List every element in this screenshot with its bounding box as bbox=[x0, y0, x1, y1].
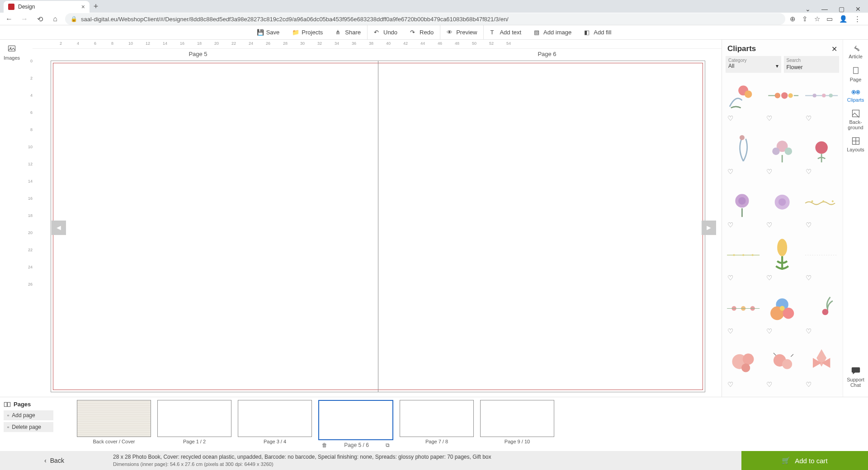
cliparts-grid[interactable]: ♡♡♡♡♡♡♡♡♡♡♡♡♡♡♡♡♡♡ bbox=[722, 75, 843, 397]
add-page-button[interactable]: ▫Add page bbox=[4, 410, 53, 420]
new-tab-button[interactable]: + bbox=[90, 0, 102, 13]
page-thumbnail[interactable]: Page 3 / 4 bbox=[238, 400, 312, 448]
clipart-thumb[interactable] bbox=[764, 184, 801, 220]
page-thumbnail[interactable]: Back cover / Cover bbox=[77, 400, 151, 448]
url-input[interactable]: 🔒 saal-digital.eu/WebshopClient/#/Design… bbox=[65, 13, 785, 25]
support-chat[interactable]: Support Chat bbox=[843, 366, 868, 388]
clipart-item[interactable]: ♡ bbox=[803, 237, 840, 283]
duplicate-icon[interactable]: ⧉ bbox=[386, 442, 390, 448]
clipart-thumb[interactable] bbox=[764, 290, 801, 326]
maximize-icon[interactable]: ▢ bbox=[839, 5, 844, 13]
heart-icon[interactable]: ♡ bbox=[727, 381, 733, 389]
profile-icon[interactable]: 👤 bbox=[839, 15, 848, 23]
page-thumb-image[interactable] bbox=[238, 400, 312, 437]
clipart-thumb[interactable] bbox=[725, 77, 762, 113]
next-spread-button[interactable]: ► bbox=[702, 221, 716, 235]
close-window-icon[interactable]: ✕ bbox=[855, 5, 861, 13]
add-to-cart-button[interactable]: 🛒 Add to cart bbox=[741, 451, 868, 470]
clipart-item[interactable]: ♡ bbox=[764, 131, 801, 177]
page-thumb-image[interactable] bbox=[400, 400, 474, 437]
page-thumb-image[interactable] bbox=[318, 400, 393, 440]
page-thumbnail[interactable]: Page 9 / 10 bbox=[480, 400, 554, 448]
heart-icon[interactable]: ♡ bbox=[766, 381, 772, 389]
search-field[interactable]: Search bbox=[784, 56, 840, 73]
heart-icon[interactable]: ♡ bbox=[727, 168, 733, 176]
save-button[interactable]: 💾Save bbox=[250, 25, 286, 40]
category-dropdown[interactable]: Category All▾ bbox=[726, 56, 781, 73]
menu-icon[interactable]: ⋮ bbox=[854, 15, 861, 23]
heart-icon[interactable]: ♡ bbox=[727, 274, 733, 282]
page-thumbnail[interactable]: 🗑Page 5 / 6⧉ bbox=[318, 400, 393, 448]
clipart-item[interactable]: ♡ bbox=[803, 184, 840, 230]
tab-close-icon[interactable]: × bbox=[81, 3, 85, 10]
clipart-item[interactable]: ♡ bbox=[764, 290, 801, 336]
zoom-icon[interactable]: ⊕ bbox=[790, 15, 796, 23]
clipart-thumb[interactable] bbox=[764, 131, 801, 167]
back-button[interactable]: ← bbox=[4, 14, 14, 24]
cliparts-tab[interactable]: Cliparts bbox=[843, 89, 868, 103]
page-thumb-image[interactable] bbox=[77, 400, 151, 437]
minimize-icon[interactable]: — bbox=[821, 5, 828, 13]
share-button[interactable]: ⋔Share bbox=[329, 25, 368, 40]
browser-tab[interactable]: Design × bbox=[4, 1, 90, 13]
clipart-thumb[interactable] bbox=[803, 290, 840, 326]
clipart-item[interactable]: ♡ bbox=[764, 237, 801, 283]
share-browser-icon[interactable]: ⇪ bbox=[802, 15, 808, 23]
add-fill-button[interactable]: ◧Add fill bbox=[578, 25, 618, 40]
back-button-footer[interactable]: ‹Back bbox=[0, 457, 108, 464]
page-thumbnail[interactable]: Page 7 / 8 bbox=[400, 400, 474, 448]
spread-canvas[interactable] bbox=[51, 61, 705, 392]
heart-icon[interactable]: ♡ bbox=[766, 168, 772, 176]
clipart-thumb[interactable] bbox=[803, 184, 840, 220]
reload-button[interactable]: ⟲ bbox=[34, 14, 45, 24]
clipart-item[interactable]: ♡ bbox=[803, 290, 840, 336]
clipart-item[interactable]: ♡ bbox=[803, 131, 840, 177]
clipart-thumb[interactable] bbox=[803, 343, 840, 380]
heart-icon[interactable]: ♡ bbox=[727, 114, 733, 122]
trash-icon[interactable]: 🗑 bbox=[322, 442, 327, 448]
clipart-item[interactable]: ♡ bbox=[764, 184, 801, 230]
clipart-thumb[interactable] bbox=[725, 290, 762, 326]
clipart-thumb[interactable] bbox=[725, 237, 762, 273]
heart-icon[interactable]: ♡ bbox=[806, 221, 811, 229]
layouts-tab[interactable]: Layouts bbox=[843, 136, 868, 152]
clipart-item[interactable]: ♡ bbox=[725, 131, 762, 177]
heart-icon[interactable]: ♡ bbox=[806, 168, 811, 176]
page-thumbnail[interactable]: Page 1 / 2 bbox=[157, 400, 231, 448]
heart-icon[interactable]: ♡ bbox=[766, 327, 772, 335]
clipart-item[interactable]: ♡ bbox=[764, 77, 801, 123]
clipart-thumb[interactable] bbox=[803, 237, 840, 273]
clipart-thumb[interactable] bbox=[725, 343, 762, 380]
page-thumbnails[interactable]: Back cover / CoverPage 1 / 2Page 3 / 4🗑P… bbox=[77, 397, 868, 451]
clipart-thumb[interactable] bbox=[764, 237, 801, 273]
clipart-item[interactable]: ♡ bbox=[725, 184, 762, 230]
clipart-item[interactable]: ♡ bbox=[725, 77, 762, 123]
redo-button[interactable]: ↷Redo bbox=[404, 25, 440, 40]
chevron-down-icon[interactable]: ⌄ bbox=[805, 5, 811, 13]
clipart-thumb[interactable] bbox=[725, 131, 762, 167]
clipart-item[interactable]: ♡ bbox=[803, 343, 840, 390]
clipart-thumb[interactable] bbox=[764, 77, 801, 113]
prev-spread-button[interactable]: ◄ bbox=[52, 221, 66, 235]
projects-button[interactable]: 📁Projects bbox=[286, 25, 329, 40]
preview-button[interactable]: 👁Preview bbox=[440, 25, 484, 40]
background-tab[interactable]: Back- ground bbox=[843, 109, 868, 130]
clipart-item[interactable]: ♡ bbox=[725, 290, 762, 336]
heart-icon[interactable]: ♡ bbox=[806, 327, 811, 335]
images-tab[interactable]: Images bbox=[4, 44, 20, 61]
heart-icon[interactable]: ♡ bbox=[766, 274, 772, 282]
clipart-item[interactable]: ♡ bbox=[725, 237, 762, 283]
sidepanel-icon[interactable]: ▭ bbox=[826, 15, 833, 23]
bookmark-icon[interactable]: ☆ bbox=[814, 15, 820, 23]
clipart-thumb[interactable] bbox=[803, 77, 840, 113]
heart-icon[interactable]: ♡ bbox=[727, 327, 733, 335]
heart-icon[interactable]: ♡ bbox=[806, 114, 811, 122]
add-image-button[interactable]: ▧Add image bbox=[528, 25, 578, 40]
heart-icon[interactable]: ♡ bbox=[766, 114, 772, 122]
add-text-button[interactable]: TAdd text bbox=[484, 25, 528, 40]
heart-icon[interactable]: ♡ bbox=[766, 221, 772, 229]
clipart-thumb[interactable] bbox=[725, 184, 762, 220]
clipart-thumb[interactable] bbox=[764, 343, 801, 380]
close-panel-icon[interactable]: ✕ bbox=[831, 45, 837, 53]
heart-icon[interactable]: ♡ bbox=[727, 221, 733, 229]
